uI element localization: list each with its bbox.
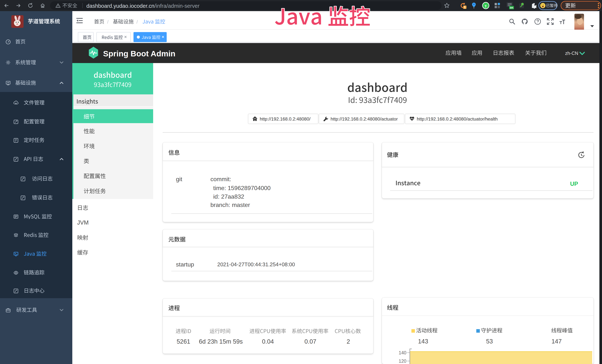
svg-text:y: y [485, 3, 487, 8]
svg-text:on: on [510, 6, 513, 9]
svg-text:1: 1 [464, 6, 466, 9]
